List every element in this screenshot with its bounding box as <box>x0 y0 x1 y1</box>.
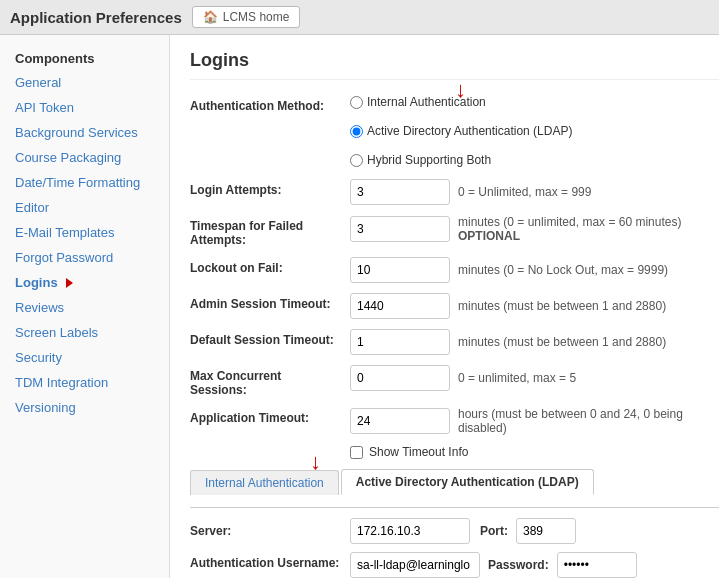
admin-session-row: Admin Session Timeout: minutes (must be … <box>190 293 719 319</box>
port-input[interactable] <box>516 518 576 544</box>
sidebar-item-tdm-integration[interactable]: TDM Integration <box>0 370 169 395</box>
default-session-input[interactable] <box>350 329 450 355</box>
sidebar-item-screen-labels[interactable]: Screen Labels <box>0 320 169 345</box>
login-attempts-controls: 0 = Unlimited, max = 999 <box>350 179 719 205</box>
max-concurrent-controls: 0 = unlimited, max = 5 <box>350 365 719 391</box>
tabs-container: Internal Authentication Active Directory… <box>190 469 719 495</box>
lockout-fail-input[interactable] <box>350 257 450 283</box>
radio-ldap-input[interactable] <box>350 125 363 138</box>
sidebar-item-general[interactable]: General <box>0 70 169 95</box>
sidebar-item-forgot-password[interactable]: Forgot Password <box>0 245 169 270</box>
auth-method-row: Authentication Method: ↓ Internal Authen… <box>190 95 719 167</box>
main-content: Logins Authentication Method: ↓ Internal… <box>170 35 719 578</box>
sidebar-item-datetime-formatting[interactable]: Date/Time Formatting <box>0 170 169 195</box>
lockout-fail-label: Lockout on Fail: <box>190 257 350 275</box>
show-timeout-checkbox[interactable] <box>350 446 363 459</box>
lcms-home-button[interactable]: 🏠 LCMS home <box>192 6 301 28</box>
auth-username-row: Authentication Username: Password: <box>190 552 719 578</box>
timespan-failed-label: Timespan for Failed Attempts: <box>190 215 350 247</box>
server-port-row: Server: Port: <box>190 518 719 544</box>
tab-internal-auth[interactable]: Internal Authentication <box>190 470 339 495</box>
login-attempts-row: Login Attempts: 0 = Unlimited, max = 999 <box>190 179 719 205</box>
max-concurrent-label: Max Concurrent Sessions: <box>190 365 350 397</box>
sidebar: Components General API Token Background … <box>0 35 170 578</box>
max-concurrent-input[interactable] <box>350 365 450 391</box>
login-attempts-hint: 0 = Unlimited, max = 999 <box>458 185 591 199</box>
sidebar-item-editor[interactable]: Editor <box>0 195 169 220</box>
sidebar-item-versioning[interactable]: Versioning <box>0 395 169 420</box>
max-concurrent-row: Max Concurrent Sessions: 0 = unlimited, … <box>190 365 719 397</box>
auth-username-input[interactable] <box>350 552 480 578</box>
tab-ldap-auth[interactable]: Active Directory Authentication (LDAP) <box>341 469 594 495</box>
password-input[interactable] <box>557 552 637 578</box>
default-session-hint: minutes (must be between 1 and 2880) <box>458 335 666 349</box>
auth-username-label: Authentication Username: <box>190 552 350 570</box>
admin-session-label: Admin Session Timeout: <box>190 293 350 311</box>
radio-internal-input[interactable] <box>350 96 363 109</box>
admin-session-controls: minutes (must be between 1 and 2880) <box>350 293 719 319</box>
sidebar-item-reviews[interactable]: Reviews <box>0 295 169 320</box>
auth-method-label: Authentication Method: <box>190 95 350 113</box>
sidebar-item-logins[interactable]: Logins <box>0 270 169 295</box>
app-timeout-hint: hours (must be between 0 and 24, 0 being… <box>458 407 719 435</box>
admin-session-hint: minutes (must be between 1 and 2880) <box>458 299 666 313</box>
auth-username-controls: Password: <box>350 552 637 578</box>
auth-options: ↓ Internal Authentication Active Directo… <box>350 95 719 167</box>
login-attempts-input[interactable] <box>350 179 450 205</box>
show-timeout-label: Show Timeout Info <box>369 445 468 459</box>
main-layout: Components General API Token Background … <box>0 35 719 578</box>
server-label: Server: <box>190 524 350 538</box>
page-title: Logins <box>190 50 719 80</box>
tabs-wrapper: ↓ Internal Authentication Active Directo… <box>190 469 719 508</box>
auth-arrow-icon: ↓ <box>455 77 466 103</box>
server-input[interactable] <box>350 518 470 544</box>
tabs-border <box>190 507 719 508</box>
show-timeout-row: Show Timeout Info <box>350 445 719 459</box>
timespan-failed-controls: minutes (0 = unlimited, max = 60 minutes… <box>350 215 719 243</box>
app-timeout-row: Application Timeout: hours (must be betw… <box>190 407 719 435</box>
app-timeout-input[interactable] <box>350 408 450 434</box>
timespan-failed-row: Timespan for Failed Attempts: minutes (0… <box>190 215 719 247</box>
top-header: Application Preferences 🏠 LCMS home <box>0 0 719 35</box>
app-timeout-controls: hours (must be between 0 and 24, 0 being… <box>350 407 719 435</box>
sidebar-item-background-services[interactable]: Background Services <box>0 120 169 145</box>
default-session-controls: minutes (must be between 1 and 2880) <box>350 329 719 355</box>
timespan-failed-input[interactable] <box>350 216 450 242</box>
app-timeout-label: Application Timeout: <box>190 407 350 425</box>
max-concurrent-hint: 0 = unlimited, max = 5 <box>458 371 576 385</box>
default-session-row: Default Session Timeout: minutes (must b… <box>190 329 719 355</box>
timespan-failed-hint: minutes (0 = unlimited, max = 60 minutes… <box>458 215 719 243</box>
radio-ldap-auth[interactable]: Active Directory Authentication (LDAP) <box>350 124 572 138</box>
sidebar-item-email-templates[interactable]: E-Mail Templates <box>0 220 169 245</box>
default-session-label: Default Session Timeout: <box>190 329 350 347</box>
app-title: Application Preferences <box>10 9 182 26</box>
port-label: Port: <box>480 524 508 538</box>
home-icon: 🏠 <box>203 10 218 24</box>
active-arrow-icon <box>66 278 73 288</box>
sidebar-item-course-packaging[interactable]: Course Packaging <box>0 145 169 170</box>
password-label: Password: <box>488 558 549 572</box>
sidebar-item-security[interactable]: Security <box>0 345 169 370</box>
radio-hybrid-auth[interactable]: Hybrid Supporting Both <box>350 153 491 167</box>
radio-hybrid-input[interactable] <box>350 154 363 167</box>
sidebar-item-api-token[interactable]: API Token <box>0 95 169 120</box>
lockout-fail-controls: minutes (0 = No Lock Out, max = 9999) <box>350 257 719 283</box>
lockout-fail-row: Lockout on Fail: minutes (0 = No Lock Ou… <box>190 257 719 283</box>
lockout-fail-hint: minutes (0 = No Lock Out, max = 9999) <box>458 263 668 277</box>
sidebar-section-label: Components <box>0 45 169 70</box>
admin-session-input[interactable] <box>350 293 450 319</box>
login-attempts-label: Login Attempts: <box>190 179 350 197</box>
